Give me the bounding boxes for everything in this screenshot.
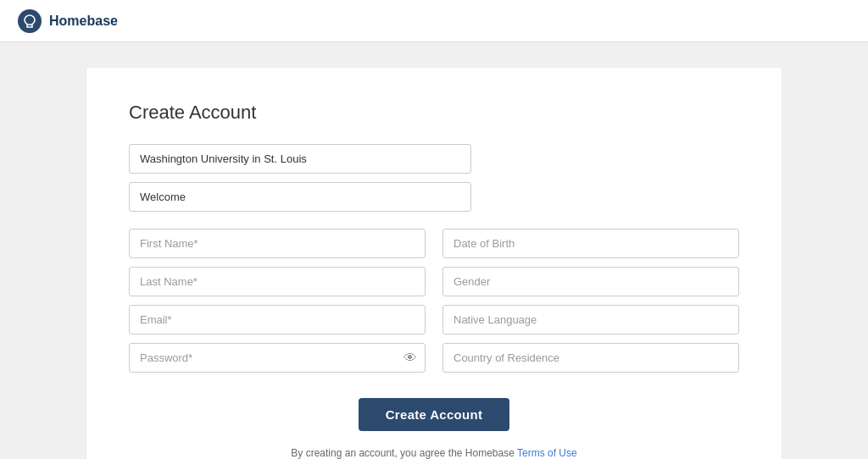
logo: Homebase (17, 8, 118, 34)
top-fields (129, 144, 739, 212)
logo-text: Homebase (49, 14, 118, 29)
native-language-input[interactable] (442, 305, 739, 335)
email-input[interactable] (129, 305, 426, 335)
svg-point-0 (18, 9, 42, 33)
password-input[interactable] (129, 343, 426, 373)
dob-field (442, 229, 739, 258)
form-grid: 👁 (129, 229, 739, 373)
country-input[interactable] (442, 343, 739, 373)
homebase-logo-icon (17, 8, 42, 34)
password-field: 👁 (129, 343, 426, 373)
last-name-input[interactable] (129, 267, 426, 296)
email-field (129, 305, 426, 335)
header: Homebase (0, 0, 868, 42)
terms-line: By creating an account, you agree the Ho… (129, 445, 739, 459)
country-field (442, 343, 739, 373)
welcome-field (129, 182, 471, 212)
page-title: Create Account (129, 102, 739, 124)
dob-input[interactable] (442, 229, 739, 258)
footer-text: By creating an account, you agree the Ho… (129, 445, 739, 459)
organization-field (129, 144, 471, 174)
organization-input[interactable] (129, 144, 471, 174)
native-language-field (442, 305, 739, 335)
gender-input[interactable] (442, 267, 739, 296)
toggle-password-icon[interactable]: 👁 (403, 351, 417, 366)
create-account-button[interactable]: Create Account (359, 398, 510, 431)
terms-prefix: By creating an account, you agree the Ho… (291, 447, 517, 459)
form-card: Create Account (86, 68, 782, 459)
main-content: Create Account (0, 42, 868, 459)
terms-link[interactable]: Terms of Use (517, 447, 577, 459)
button-row: Create Account (129, 398, 739, 431)
gender-field (442, 267, 739, 296)
first-name-input[interactable] (129, 229, 426, 258)
first-name-field (129, 229, 426, 258)
welcome-input[interactable] (129, 182, 471, 212)
last-name-field (129, 267, 426, 296)
